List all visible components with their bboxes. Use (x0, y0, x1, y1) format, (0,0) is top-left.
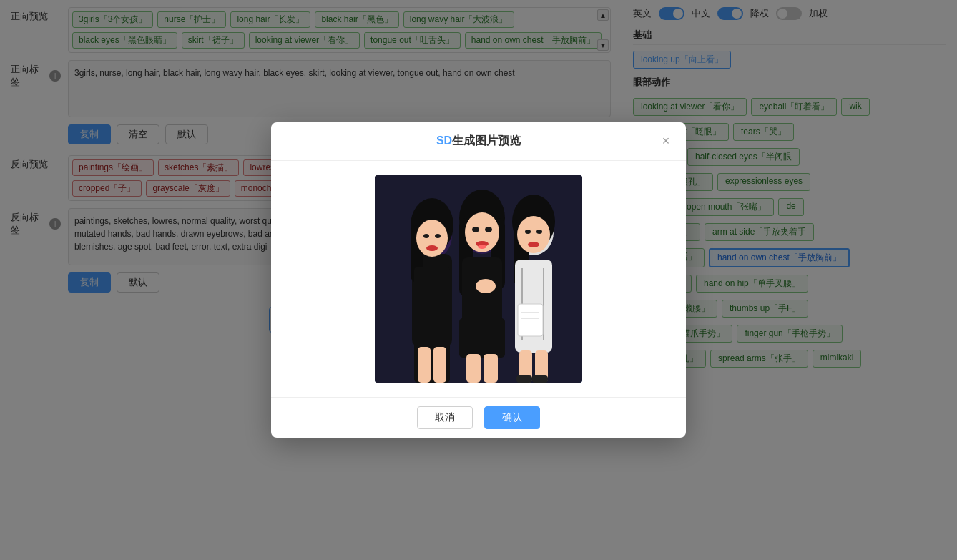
svg-point-5 (416, 220, 448, 257)
modal-close-button[interactable]: × (657, 133, 674, 150)
modal-title-suffix: 生成图片预览 (452, 134, 521, 147)
svg-rect-24 (466, 354, 481, 383)
svg-point-19 (472, 227, 479, 232)
svg-point-18 (478, 245, 486, 249)
svg-point-31 (528, 242, 539, 247)
modal-overlay[interactable]: SD生成图片预览 × (0, 0, 957, 560)
svg-rect-42 (516, 375, 532, 383)
svg-rect-43 (532, 375, 548, 383)
svg-point-33 (536, 230, 542, 234)
preview-svg (375, 175, 582, 383)
confirm-button[interactable]: 确认 (484, 406, 540, 429)
svg-point-20 (485, 227, 492, 232)
svg-point-30 (517, 216, 550, 253)
modal-footer: 取消 确认 (271, 397, 686, 438)
svg-point-8 (435, 234, 441, 238)
svg-point-32 (525, 230, 531, 234)
preview-modal: SD生成图片预览 × (271, 122, 686, 438)
svg-rect-22 (459, 318, 505, 358)
modal-title-prefix: SD (436, 134, 452, 147)
svg-point-6 (426, 245, 438, 251)
modal-header: SD生成图片预览 × (271, 122, 686, 161)
svg-rect-11 (433, 347, 446, 383)
svg-point-7 (423, 234, 429, 238)
svg-point-23 (476, 279, 496, 293)
svg-rect-37 (518, 304, 543, 336)
preview-image (375, 175, 582, 383)
modal-title: SD生成图片预览 (436, 134, 521, 149)
svg-rect-25 (484, 354, 498, 383)
modal-body (271, 161, 686, 397)
svg-rect-10 (418, 347, 431, 383)
cancel-button[interactable]: 取消 (417, 406, 473, 429)
